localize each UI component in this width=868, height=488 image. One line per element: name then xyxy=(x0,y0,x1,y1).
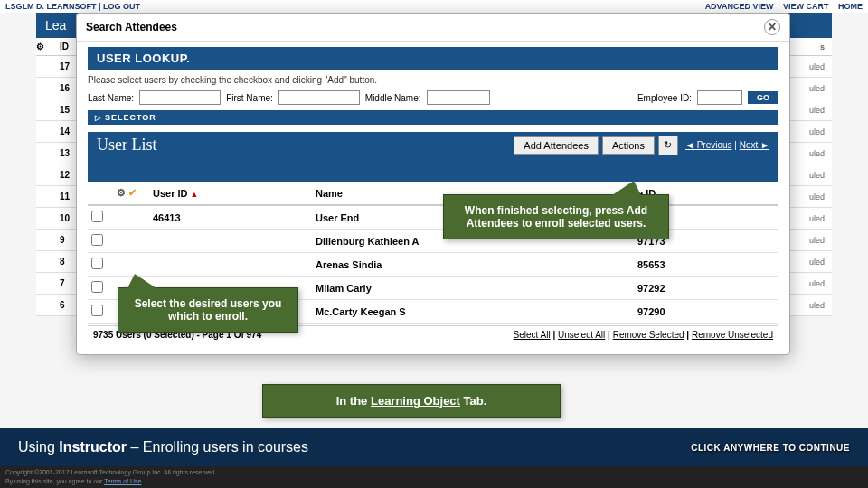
brand-text: LSGLM D. LEARNSOFT xyxy=(5,2,97,11)
last-name-input[interactable] xyxy=(139,90,221,105)
top-bar: LSGLM D. LEARNSOFT | LOG OUT ADVANCED VI… xyxy=(0,0,868,13)
view-cart-link[interactable]: VIEW CART xyxy=(783,2,829,11)
gear-icon[interactable]: ⚙ xyxy=(117,187,126,198)
user-list-header: User List Add Attendees Actions ↻ ◄ Prev… xyxy=(88,132,778,158)
row-checkbox[interactable] xyxy=(91,281,103,293)
bg-col-status: s xyxy=(820,42,832,52)
employee-id-label: Employee ID: xyxy=(637,93,692,103)
unselect-all-link[interactable]: Unselect All xyxy=(558,330,605,340)
logout-link[interactable]: LOG OUT xyxy=(103,2,140,11)
copyright-bar: Copyright ©2001-2017 Learnsoft Technolog… xyxy=(0,466,868,488)
remove-selected-link[interactable]: Remove Selected xyxy=(613,330,684,340)
check-icon: ✔ xyxy=(128,187,137,198)
chevron-right-icon: ▷ xyxy=(95,114,101,122)
selector-bar[interactable]: ▷ SELECTOR xyxy=(88,110,778,125)
next-link[interactable]: Next ► xyxy=(740,140,769,150)
middle-name-label: Middle Name: xyxy=(365,93,421,103)
gear-icon: ⚙ xyxy=(36,42,54,52)
continue-cta: CLICK ANYWHERE TO CONTINUE xyxy=(691,443,850,453)
modal-title: Search Attendees xyxy=(86,21,177,33)
employee-id-input[interactable] xyxy=(697,90,742,105)
home-link[interactable]: HOME xyxy=(838,2,863,11)
callout-learning-object: In the Learning Object Tab. xyxy=(262,384,561,418)
last-name-label: Last Name: xyxy=(88,93,134,103)
table-row: 46413 User End xyxy=(88,205,778,230)
terms-link[interactable]: Terms of Use xyxy=(104,478,141,484)
sort-asc-icon: ▲ xyxy=(191,190,199,199)
row-checkbox[interactable] xyxy=(91,234,103,246)
go-button[interactable]: GO xyxy=(748,91,778,104)
instruction-text: Please select users by checking the chec… xyxy=(88,75,778,85)
remove-unselected-link[interactable]: Remove Unselected xyxy=(692,330,773,340)
add-attendees-button[interactable]: Add Attendees xyxy=(514,136,599,155)
row-checkbox[interactable] xyxy=(91,305,103,316)
close-icon[interactable]: × xyxy=(764,19,780,35)
row-checkbox[interactable] xyxy=(91,211,103,222)
actions-button[interactable]: Actions xyxy=(602,136,655,155)
user-list-title: User List xyxy=(88,132,166,158)
row-checkbox[interactable] xyxy=(91,258,103,269)
table-row: Dillenburg Kathleen A 97173 xyxy=(88,230,778,253)
advanced-view-link[interactable]: ADVANCED VIEW xyxy=(705,2,774,11)
user-lookup-header: USER LOOKUP. xyxy=(88,47,778,70)
refresh-icon[interactable]: ↻ xyxy=(658,136,678,155)
callout-add-attendees: When finished selecting, press Add Atten… xyxy=(443,194,669,239)
first-name-label: First Name: xyxy=(226,93,273,103)
col-user-id[interactable]: User ID ▲ xyxy=(149,182,312,205)
slide-title: Using Instructor – Enrolling users in co… xyxy=(18,439,308,455)
previous-link[interactable]: ◄ Previous xyxy=(685,140,732,150)
middle-name-input[interactable] xyxy=(427,90,490,105)
search-row: Last Name: First Name: Middle Name: Empl… xyxy=(88,90,778,105)
select-all-link[interactable]: Select All xyxy=(514,330,551,340)
first-name-input[interactable] xyxy=(278,90,360,105)
table-row: Arenas Sindia 85653 xyxy=(88,253,778,277)
callout-select-users: Select the desired users you which to en… xyxy=(118,287,298,333)
footer-band[interactable]: Using Instructor – Enrolling users in co… xyxy=(0,428,868,466)
